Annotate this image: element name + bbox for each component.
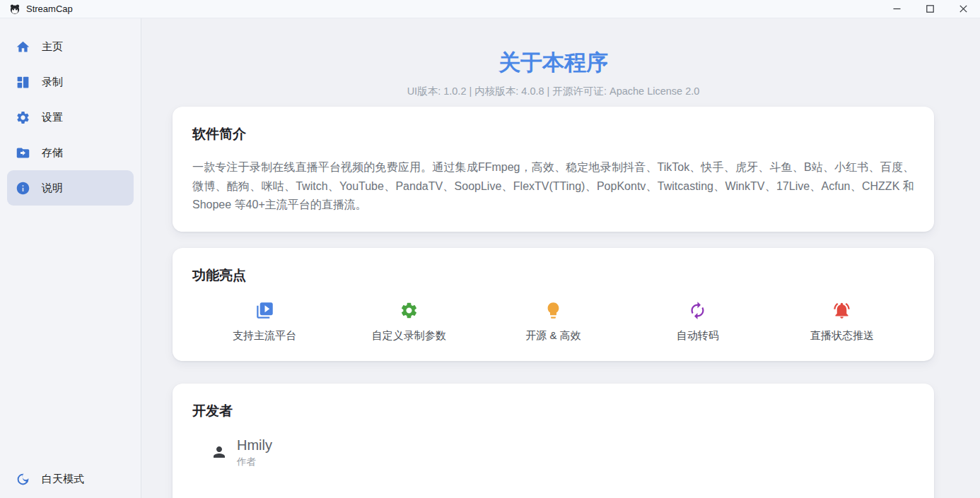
sidebar-item-label: 录制 [42, 76, 63, 89]
sidebar-item-label: 说明 [42, 182, 63, 195]
feature-label: 自动转码 [677, 329, 719, 343]
developer-card-title: 开发者 [192, 403, 914, 420]
feature-custom-params: 自定义录制参数 [337, 301, 481, 343]
record-grid-icon [16, 75, 30, 90]
theme-toggle-label: 白天模式 [42, 473, 84, 486]
sidebar: 主页 录制 设置 [0, 18, 141, 498]
sidebar-item-label: 设置 [42, 111, 63, 124]
main-content[interactable]: 关于本程序 UI版本: 1.0.2 | 内核版本: 4.0.8 | 开源许可证:… [141, 18, 980, 498]
window-controls [880, 0, 980, 18]
feature-label: 直播状态推送 [810, 329, 874, 343]
version-line: UI版本: 1.0.2 | 内核版本: 4.0.8 | 开源许可证: Apach… [173, 85, 934, 98]
sidebar-item-storage[interactable]: 存储 [7, 135, 134, 170]
lightbulb-icon [544, 301, 563, 320]
folder-move-icon [16, 146, 30, 160]
feature-live-status-push: 直播状态推送 [770, 301, 914, 343]
page-title: 关于本程序 [173, 51, 934, 75]
sidebar-item-settings[interactable]: 设置 [7, 100, 134, 135]
features-card: 功能亮点 支持主流平台 自定义录制参数 [173, 248, 934, 361]
gear-icon [16, 110, 30, 125]
feature-open-source: 开源 & 高效 [481, 301, 625, 343]
app-logo-panda-icon [9, 4, 21, 15]
video-library-icon [255, 301, 274, 320]
info-icon [16, 181, 30, 196]
gear-icon [399, 301, 419, 320]
feature-label: 自定义录制参数 [372, 329, 446, 343]
minimize-button[interactable] [880, 0, 914, 18]
sidebar-item-record[interactable]: 录制 [7, 64, 134, 100]
features-card-title: 功能亮点 [192, 267, 914, 284]
bell-icon [832, 301, 851, 320]
feature-auto-transcode: 自动转码 [626, 301, 770, 343]
developer-row: Hmily 作者 [192, 437, 914, 468]
feature-platforms: 支持主流平台 [192, 301, 337, 343]
person-icon [211, 444, 228, 461]
intro-card-title: 软件简介 [192, 126, 914, 143]
theme-toggle[interactable]: 白天模式 [7, 461, 134, 497]
intro-card: 软件简介 一款专注于录制在线直播平台视频的免费应用。通过集成FFmpeg，高效、… [173, 107, 934, 232]
autorenew-icon [688, 301, 707, 320]
developer-card: 开发者 Hmily 作者 [173, 384, 934, 498]
app-title: StreamCap [26, 4, 73, 14]
sidebar-item-home[interactable]: 主页 [7, 29, 134, 64]
titlebar[interactable]: StreamCap [0, 0, 980, 18]
feature-label: 开源 & 高效 [525, 329, 581, 343]
developer-name: Hmily [237, 437, 272, 453]
home-icon [16, 40, 30, 54]
close-button[interactable] [947, 0, 980, 18]
sidebar-item-label: 存储 [42, 146, 63, 160]
sidebar-item-about[interactable]: 说明 [7, 170, 134, 206]
intro-card-body: 一款专注于录制在线直播平台视频的免费应用。通过集成FFmpeg，高效、稳定地录制… [192, 158, 914, 215]
app-window: StreamCap 主页 [0, 0, 980, 498]
moon-icon [16, 472, 30, 487]
feature-label: 支持主流平台 [233, 329, 296, 343]
sidebar-item-label: 主页 [42, 40, 63, 54]
features-row: 支持主流平台 自定义录制参数 开源 & 高效 [192, 301, 914, 343]
developer-role: 作者 [237, 456, 272, 468]
maximize-button[interactable] [914, 0, 947, 18]
